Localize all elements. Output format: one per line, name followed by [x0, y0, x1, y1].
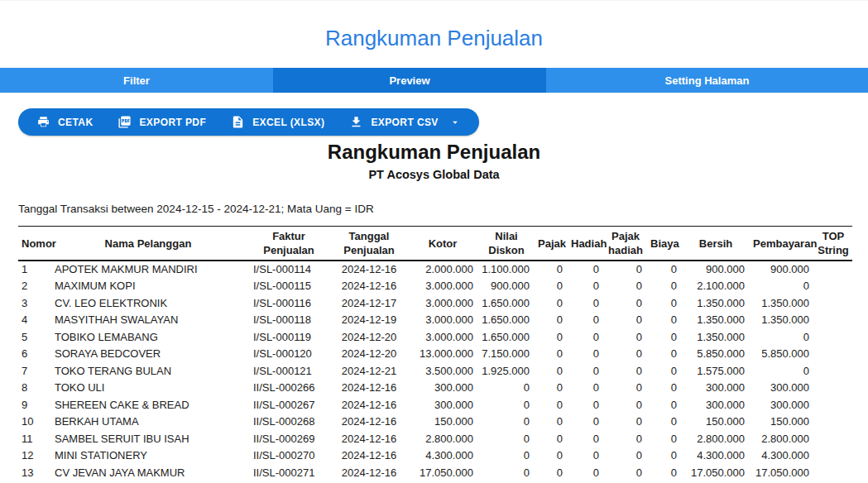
table-cell: 0: [604, 430, 647, 447]
table-cell: 0: [568, 396, 604, 414]
table-cell: 0: [750, 278, 814, 295]
table-cell: II/SL-000268: [247, 414, 331, 431]
table-cell: 13.000.000: [407, 346, 478, 363]
table-cell: 0: [568, 294, 604, 312]
table-cell: 0: [604, 261, 647, 278]
export-csv-button-label: EXPORT CSV: [371, 117, 438, 128]
column-header: Bersih: [682, 227, 750, 261]
table-cell: 2024-12-16: [331, 380, 407, 397]
table-cell: 5.850.000: [750, 346, 814, 363]
table-cell: BERKAH UTAMA: [50, 414, 247, 431]
table-cell: II/SL-000270: [247, 447, 331, 465]
table-cell: 0: [535, 278, 568, 295]
table-row: 7TOKO TERANG BULANI/SL-0001212024-12-213…: [18, 362, 852, 380]
print-button[interactable]: CETAK: [36, 115, 93, 129]
table-cell: 0: [647, 362, 682, 380]
table-cell: MAXIMUM KOPI: [50, 278, 247, 295]
table-cell: 2024-12-16: [331, 278, 407, 295]
table-cell: 0: [647, 261, 682, 278]
table-cell: 0: [647, 294, 682, 312]
table-cell: 11: [18, 430, 50, 447]
table-cell: [814, 312, 852, 329]
table-cell: [814, 362, 852, 380]
column-header: Faktur Penjualan: [247, 227, 331, 261]
table-cell: 2024-12-16: [331, 464, 407, 481]
table-cell: 0: [478, 414, 535, 431]
table-cell: II/SL-000266: [247, 380, 331, 397]
tab-preview[interactable]: Preview: [273, 68, 546, 93]
table-cell: 3: [18, 294, 50, 312]
table-cell: I/SL-000121: [247, 362, 331, 380]
pdf-icon: [117, 115, 132, 129]
table-cell: 4.300.000: [407, 447, 478, 465]
chevron-down-icon[interactable]: [449, 117, 461, 128]
table-cell: 17.050.000: [407, 464, 478, 481]
table-row: 4MASYITHAH SWALAYANI/SL-0001182024-12-19…: [18, 312, 852, 329]
tab-filter[interactable]: Filter: [0, 68, 273, 93]
table-cell: 0: [478, 396, 535, 414]
table-cell: 0: [568, 380, 604, 397]
table-cell: 0: [604, 346, 647, 363]
table-cell: 1.350.000: [750, 312, 814, 329]
table-cell: 300.000: [682, 396, 750, 414]
table-cell: 0: [647, 414, 682, 431]
table-row: 8TOKO ULIII/SL-0002662024-12-16300.00000…: [18, 380, 852, 397]
page-title: Rangkuman Penjualan: [0, 23, 868, 53]
table-cell: 900.000: [750, 261, 814, 278]
table-cell: 0: [535, 447, 568, 465]
table-cell: 0: [604, 396, 647, 414]
column-header: Hadiah: [568, 227, 604, 261]
table-cell: I/SL-000118: [247, 312, 331, 329]
table-cell: 0: [535, 414, 568, 431]
table-cell: 0: [478, 430, 535, 447]
table-cell: 300.000: [407, 396, 478, 414]
export-xlsx-button-label: EXCEL (XLSX): [252, 117, 324, 128]
table-cell: SORAYA BEDCOVER: [50, 346, 247, 363]
table-cell: 2.000.000: [407, 261, 478, 278]
table-cell: 300.000: [407, 380, 478, 397]
table-cell: 0: [568, 430, 604, 447]
table-cell: 3.500.000: [407, 362, 478, 380]
table-cell: 4: [18, 312, 50, 329]
table-row: 2MAXIMUM KOPII/SL-0001152024-12-163.000.…: [18, 278, 852, 295]
table-cell: [814, 464, 852, 481]
table-cell: 0: [535, 312, 568, 329]
table-cell: 2024-12-16: [331, 447, 407, 465]
table-cell: [814, 380, 852, 397]
table-cell: CV. LEO ELEKTRONIK: [50, 294, 247, 312]
column-header: Biaya: [647, 227, 682, 261]
table-cell: 0: [478, 464, 535, 481]
table-cell: 7.150.000: [478, 346, 535, 363]
table-cell: 6: [18, 346, 50, 363]
table-cell: II/SL-000271: [247, 464, 331, 481]
table-cell: 0: [604, 328, 647, 346]
table-cell: 2024-12-16: [331, 261, 407, 278]
table-cell: 0: [535, 362, 568, 380]
table-cell: 1.925.000: [478, 362, 535, 380]
table-cell: 0: [647, 328, 682, 346]
table-cell: 0: [604, 312, 647, 329]
export-csv-button[interactable]: EXPORT CSV: [349, 115, 460, 129]
table-row: 9SHEREEN CAKE & BREADII/SL-0002672024-12…: [18, 396, 852, 414]
export-toolbar: CETAK EXPORT PDF EXCEL (XLSX) EXPORT CSV: [18, 108, 479, 136]
table-cell: 2.800.000: [682, 430, 750, 447]
table-cell: I/SL-000116: [247, 294, 331, 312]
export-pdf-button[interactable]: EXPORT PDF: [117, 115, 206, 129]
table-cell: 0: [604, 464, 647, 481]
tab-setting-halaman[interactable]: Setting Halaman: [546, 68, 868, 93]
table-cell: MASYITHAH SWALAYAN: [50, 312, 247, 329]
export-xlsx-button[interactable]: EXCEL (XLSX): [231, 115, 324, 129]
tab-bar: Filter Preview Setting Halaman: [0, 68, 868, 93]
document-icon: [231, 115, 245, 129]
table-cell: 2024-12-20: [331, 328, 407, 346]
table-cell: 0: [535, 464, 568, 481]
table-cell: 3.000.000: [407, 328, 478, 346]
table-row: 13CV JEVAN JAYA MAKMURII/SL-0002712024-1…: [18, 464, 852, 481]
table-cell: [814, 278, 852, 295]
table-cell: 0: [750, 328, 814, 346]
table-cell: 0: [604, 362, 647, 380]
table-row: 1APOTEK MAKMUR MANDIRII/SL-0001142024-12…: [18, 261, 852, 278]
table-cell: 0: [604, 294, 647, 312]
table-cell: 0: [647, 312, 682, 329]
export-pdf-button-label: EXPORT PDF: [139, 117, 206, 128]
